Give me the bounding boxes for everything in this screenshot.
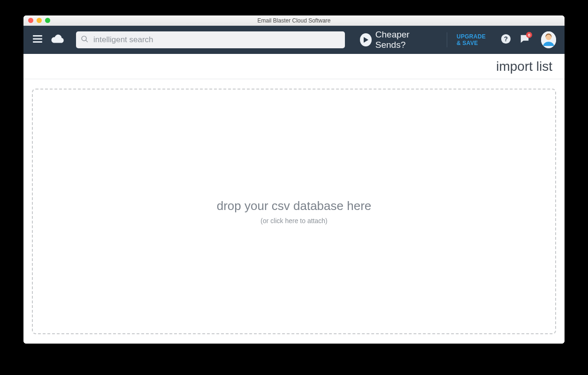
search-field[interactable] <box>76 31 345 48</box>
topbar: Cheaper Sends? UPGRADE & SAVE ? 0 <box>23 26 565 54</box>
main-content: drop your csv database here (or click he… <box>23 79 565 344</box>
notifications-button[interactable]: 0 <box>519 33 531 46</box>
maximize-window-button[interactable] <box>45 18 50 23</box>
minimize-window-button[interactable] <box>37 18 42 23</box>
dropzone-secondary-text: (or click here to attach) <box>260 217 327 225</box>
divider <box>447 32 447 47</box>
titlebar: Email Blaster Cloud Software <box>23 15 565 26</box>
search-input[interactable] <box>93 35 340 45</box>
window-controls <box>28 18 50 23</box>
menu-button[interactable] <box>32 34 43 46</box>
csv-dropzone[interactable]: drop your csv database here (or click he… <box>32 89 556 334</box>
profile-avatar[interactable] <box>541 31 556 48</box>
upgrade-line1: UPGRADE <box>457 33 486 40</box>
close-window-button[interactable] <box>28 18 33 23</box>
svg-rect-0 <box>33 35 42 37</box>
dropzone-primary-text: drop your csv database here <box>217 199 372 213</box>
page-title: import list <box>496 59 552 74</box>
help-button[interactable]: ? <box>500 33 512 46</box>
help-icon: ? <box>501 34 511 46</box>
app-window: Email Blaster Cloud Software Cheaper Sen… <box>23 15 565 344</box>
search-icon <box>81 35 89 45</box>
notification-badge: 0 <box>526 32 532 38</box>
svg-rect-1 <box>33 38 42 40</box>
svg-text:?: ? <box>504 36 507 43</box>
play-icon <box>360 33 372 46</box>
upgrade-line2: & SAVE <box>457 40 486 46</box>
hamburger-icon <box>32 33 43 46</box>
cheaper-sends-label: Cheaper Sends? <box>375 30 435 50</box>
app-logo[interactable] <box>51 33 65 47</box>
cheaper-sends-button[interactable]: Cheaper Sends? <box>360 30 435 50</box>
avatar-icon <box>541 31 556 48</box>
upgrade-link[interactable]: UPGRADE & SAVE <box>457 33 486 47</box>
page-subheader: import list <box>23 54 565 79</box>
window-title: Email Blaster Cloud Software <box>23 17 565 24</box>
svg-rect-2 <box>33 41 42 43</box>
cloud-icon <box>51 34 65 46</box>
